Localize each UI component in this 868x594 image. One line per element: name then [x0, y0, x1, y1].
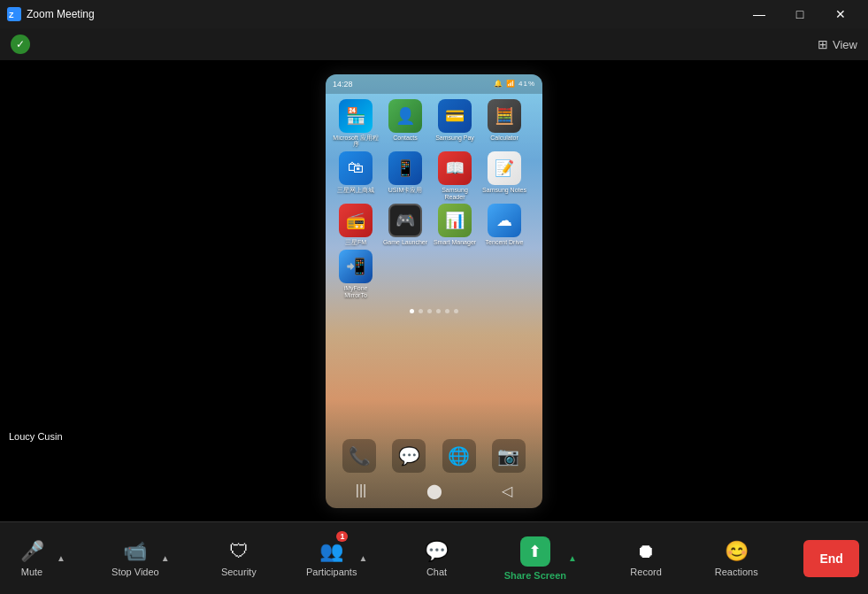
participants-button[interactable]: 👥 1 Participants	[306, 528, 357, 590]
svg-text:Z: Z	[9, 11, 14, 19]
phone-screen: 14:28 🔔 📶 41% 🏪 Microsoft 应用程序 👤 Contact…	[326, 74, 542, 508]
app-samsung-store[interactable]: 🛍 三星网上商城	[333, 151, 379, 200]
app-samsung-reader[interactable]: 📖 Samsung Reader	[432, 151, 478, 200]
share-screen-group: ⬆ Share Screen ▲	[504, 528, 579, 590]
main-content: Loucy Cusin 14:28 🔔 📶 41% 🏪 Microsoft 应用…	[0, 60, 868, 521]
end-button[interactable]: End	[803, 540, 858, 577]
grid-icon: ⊞	[818, 37, 828, 51]
app-row-4: 📲 iMyFone MirrorTo	[333, 250, 535, 298]
phone-nav: ||| ⬤ ◁	[326, 477, 542, 505]
view-label: View	[833, 38, 857, 51]
minimize-button[interactable]: —	[739, 0, 780, 28]
dot-indicators	[326, 304, 542, 319]
app-samsung-pay[interactable]: 💳 Samsung Pay	[432, 99, 478, 148]
share-screen-button[interactable]: ⬆ Share Screen	[504, 528, 566, 590]
app-tencent-drive[interactable]: ☁ Tencent Drive	[481, 204, 527, 246]
chat-label: Chat	[426, 567, 447, 577]
microphone-icon: 🎤	[20, 540, 44, 563]
share-screen-label: Share Screen	[504, 570, 566, 581]
participants-arrow[interactable]: ▲	[357, 553, 369, 563]
mute-label: Mute	[21, 567, 42, 577]
security-label: Security	[221, 567, 257, 577]
video-group: 📹 Stop Video ▲	[111, 528, 172, 590]
stop-video-button[interactable]: 📹 Stop Video	[111, 528, 159, 590]
app-contacts[interactable]: 👤 Contacts	[382, 99, 428, 148]
video-icon: 📹	[123, 540, 147, 563]
record-button[interactable]: ⏺ Record	[623, 528, 669, 590]
mute-arrow[interactable]: ▲	[55, 553, 67, 563]
record-label: Record	[630, 567, 661, 577]
dot-4	[436, 309, 441, 313]
stop-video-label: Stop Video	[111, 567, 159, 577]
participants-label: Participants	[306, 567, 357, 577]
header-bar: ✓ ⊞ View	[0, 28, 868, 60]
reactions-label: Reactions	[715, 567, 758, 577]
phone-time: 14:28	[333, 80, 353, 89]
reactions-icon: 😊	[725, 540, 749, 563]
dock-internet[interactable]: 🌐	[442, 439, 476, 473]
window-title: Zoom Meeting	[27, 8, 95, 20]
app-samsung-notes[interactable]: 📝 Samsung Notes	[481, 151, 527, 200]
bottom-toolbar: 🎤 Mute ▲ 📹 Stop Video ▲ 🛡 Security 👥 1 P…	[0, 521, 868, 594]
dot-3	[427, 309, 432, 313]
dock-messages[interactable]: 💬	[392, 439, 426, 473]
app-row-3: 📻 三星FM 🎮 Game Launcher 📊 Smart Manager ☁…	[333, 204, 535, 246]
dot-6	[454, 309, 458, 313]
dot-5	[445, 309, 449, 313]
mute-group: 🎤 Mute ▲	[9, 528, 67, 590]
app-row-2: 🛍 三星网上商城 📱 USIM卡应用 📖 Samsung Reader 📝 Sa…	[333, 151, 535, 200]
app-usim[interactable]: 📱 USIM卡应用	[382, 151, 428, 200]
app-calculator[interactable]: 🧮 Calculator	[481, 99, 527, 148]
dock-camera[interactable]: 📷	[492, 439, 526, 473]
chat-icon: 💬	[425, 540, 449, 563]
participants-icon: 👥	[319, 540, 343, 563]
participants-group: 👥 1 Participants ▲	[306, 528, 369, 590]
phone-status-bar: 14:28 🔔 📶 41%	[326, 74, 542, 94]
share-screen-icon: ⬆	[520, 536, 550, 567]
phone-nav-back[interactable]: ◁	[502, 482, 512, 499]
video-arrow[interactable]: ▲	[159, 553, 172, 563]
app-game-launcher[interactable]: 🎮 Game Launcher	[382, 204, 428, 246]
app-microsoft[interactable]: 🏪 Microsoft 应用程序	[333, 99, 379, 148]
security-icon: 🛡	[229, 540, 249, 563]
dot-1	[410, 309, 414, 313]
app-smart-manager[interactable]: 📊 Smart Manager	[432, 204, 478, 246]
app-grid: 🏪 Microsoft 应用程序 👤 Contacts 💳 Samsung Pa…	[326, 94, 542, 305]
chat-button[interactable]: 💬 Chat	[414, 528, 460, 590]
share-screen-arrow[interactable]: ▲	[566, 553, 579, 563]
title-bar: Z Zoom Meeting — □ ✕	[0, 0, 868, 28]
app-row-1: 🏪 Microsoft 应用程序 👤 Contacts 💳 Samsung Pa…	[333, 99, 535, 148]
security-button[interactable]: 🛡 Security	[216, 528, 262, 590]
title-bar-controls: — □ ✕	[739, 0, 861, 28]
phone-inner: 14:28 🔔 📶 41% 🏪 Microsoft 应用程序 👤 Contact…	[326, 74, 542, 508]
phone-nav-menu[interactable]: |||	[356, 482, 366, 498]
phone-nav-home[interactable]: ⬤	[426, 482, 442, 499]
security-shield-icon: ✓	[11, 35, 30, 54]
participant-count: 1	[336, 531, 348, 542]
phone-status-icons: 🔔 📶 41%	[494, 80, 535, 88]
zoom-logo-icon: Z	[7, 7, 21, 21]
user-label: Loucy Cusin	[4, 429, 68, 444]
dot-2	[419, 309, 423, 313]
app-imyfone[interactable]: 📲 iMyFone MirrorTo	[333, 250, 379, 298]
title-bar-left: Z Zoom Meeting	[7, 7, 95, 21]
view-button[interactable]: ⊞ View	[818, 37, 857, 51]
reactions-button[interactable]: 😊 Reactions	[713, 528, 759, 590]
record-icon: ⏺	[636, 540, 656, 563]
close-button[interactable]: ✕	[820, 0, 861, 28]
phone-dock: 📞 💬 🌐 📷	[326, 439, 542, 473]
maximize-button[interactable]: □	[780, 0, 820, 28]
mute-button[interactable]: 🎤 Mute	[9, 528, 55, 590]
app-fm[interactable]: 📻 三星FM	[333, 204, 379, 246]
dock-phone[interactable]: 📞	[342, 439, 376, 473]
